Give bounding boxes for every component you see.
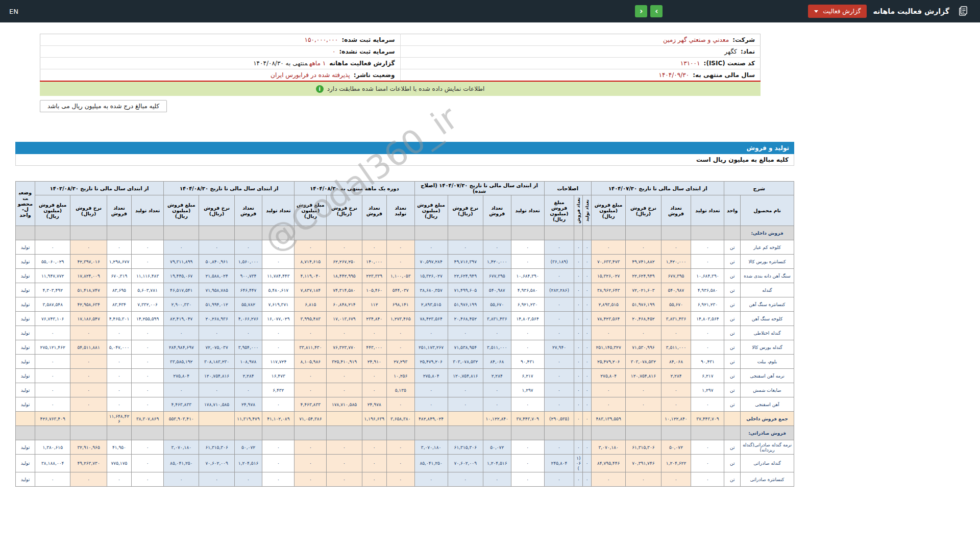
section-cell — [262, 226, 295, 240]
value-cell: ۰ — [511, 397, 544, 412]
value-cell: ۰ — [107, 397, 131, 412]
page-title: گزارش فعالیت ماهانه — [873, 7, 949, 15]
value-cell: ۰ — [583, 412, 592, 426]
value-cell: ۰ — [414, 397, 448, 412]
value-cell: ۰ — [234, 326, 262, 340]
value-cell: ۰ — [107, 369, 131, 383]
value-cell: ۳۸,۹۶۲,۶۴۳ — [592, 283, 626, 297]
value-cell: ۰ — [295, 472, 327, 487]
value-cell: ۶,۴۳۲ — [262, 383, 295, 397]
value-cell: ۰ — [327, 440, 362, 455]
value-cell: ۰ — [386, 472, 414, 487]
value-cell: ۴,۴۶۳,۸۳۳ — [164, 397, 199, 412]
value-cell: ۸۲,۴۱۹,۰۴۷ — [164, 312, 199, 326]
language-switch-link[interactable]: EN — [9, 8, 18, 15]
section-cell — [199, 426, 234, 440]
section-cell — [262, 426, 295, 440]
info-cell: سرمایه ثبت نشده: ۰ — [40, 46, 401, 58]
value-cell: ۰ — [483, 397, 511, 412]
value-cell: ۴,۰۶۶,۲۷۶ — [234, 312, 262, 326]
value-cell: ۰ — [132, 340, 164, 355]
value-cell: ۱۷۸,۷۱۰,۵۸۵ — [327, 397, 362, 412]
value-cell: ۰ — [574, 369, 583, 383]
column-header: تعداد تولید — [691, 195, 724, 226]
status-cell: تولید — [16, 369, 35, 383]
value-cell: ۲۷۵,۱۲۱,۴۶۲ — [35, 340, 70, 355]
value-cell: ۰ — [164, 383, 199, 397]
value-cell: ۷۹,۳۱۱,۸۹۹ — [164, 255, 199, 269]
next-report-button[interactable]: › — [650, 5, 663, 17]
value-cell: ۱۰,۶۸۴,۳۹۰ — [691, 269, 724, 283]
product-name-cell: گندله اختلاطی — [741, 326, 794, 340]
value-cell: ۳,۰۷۰,۱۸۰ — [164, 440, 199, 455]
value-cell: ۰ — [574, 297, 583, 312]
value-cell: ۰ — [544, 397, 574, 412]
value-cell: ۴,۱۱۹,۰۴۰ — [295, 269, 327, 283]
value-cell: ۳۰۳,۰۷۸,۵۳۲ — [448, 355, 483, 369]
value-cell: ۵۴,۵۱۱,۸۸۱ — [70, 340, 107, 355]
value-cell: ۵۱,۴۱۸,۷۴۷ — [70, 283, 107, 297]
activity-report-dropdown[interactable]: گزارش فعالیت — [808, 5, 867, 18]
value-cell: ۰ — [574, 472, 583, 487]
status-cell: تولید — [16, 312, 35, 326]
value-cell: ۰ — [234, 472, 262, 487]
value-cell: ۰ — [661, 326, 691, 340]
section-cell — [164, 226, 199, 240]
value-cell: ۰ — [583, 455, 592, 472]
value-cell: ۰ — [583, 312, 592, 326]
product-name-cell: نرمه آهن اسفنجی — [741, 369, 794, 383]
value-cell: ۱۱۲ — [362, 297, 386, 312]
value-cell: ۰ — [327, 326, 362, 340]
value-cell: ۷۲,۰۲۱,۶۰۳ — [626, 283, 661, 297]
section-title-bar: تولید و فروش — [15, 142, 794, 154]
value-cell: ۶۱,۳۱۵,۳۰۶ — [448, 440, 483, 455]
section-cell — [583, 226, 592, 240]
column-group-header: وضعیت محصول- واحد — [16, 182, 35, 226]
value-cell: ۰ — [132, 326, 164, 340]
value-cell: ۰ — [107, 383, 131, 397]
value-cell: ۱,۲۹۷ — [691, 383, 724, 397]
previous-report-button[interactable]: ‹ — [635, 5, 647, 17]
value-cell: ۱,۲۹۸,۶۷۷ — [107, 255, 131, 269]
top-navbar: گزارش فعالیت ماهانه گزارش فعالیت › ‹ EN — [0, 0, 980, 22]
value-cell: ۶۷۰,۳۱۹ — [107, 269, 131, 283]
navbar-right-group: گزارش فعالیت ماهانه گزارش فعالیت › ‹ — [635, 4, 971, 19]
value-cell: ۷۸,۴۲۳,۵۶۴ — [592, 312, 626, 326]
value-cell: ۰ — [448, 397, 483, 412]
section-cell — [483, 226, 511, 240]
value-cell: ۱۸,۴۴۲,۹۹۵ — [327, 269, 362, 283]
value-cell: ۰ — [327, 369, 362, 383]
value-cell: ۲۲۳,۳۳۹ — [362, 269, 386, 283]
column-header: مبلغ فروش (میلیون ریال) — [295, 195, 327, 226]
column-header: تعداد فروش — [661, 195, 691, 226]
status-cell: تولید — [16, 255, 35, 269]
section-cell — [362, 426, 386, 440]
value-cell: ۰ — [262, 455, 295, 472]
value-cell: ۸۵,۰۴۱,۲۵۰ — [164, 455, 199, 472]
value-cell: ۵,۱۳۵ — [386, 383, 414, 397]
value-cell: ۱,۱۹۶,۶۳۹ — [362, 412, 386, 426]
product-name-cell: نرمه گندله صادراتی(گندله ریزدانه) — [741, 440, 794, 455]
unit-cell: تن — [724, 397, 741, 412]
value-cell: ۰ — [35, 472, 70, 487]
column-header: تعداد تولید — [262, 195, 295, 226]
value-cell: ۰ — [295, 383, 327, 397]
column-header: مبلغ فروش (میلیون ریال) — [592, 195, 626, 226]
table-row: بلوم، بیلتتن۹۰,۴۳۱۸۴,۰۶۸۳۰۳,۰۷۸,۵۳۲۲۵,۴۷… — [16, 355, 794, 369]
amounts-unit-tab[interactable]: کلیه مبالغ درج شده به میلیون ریال می باش… — [40, 100, 167, 112]
info-cell: گزارش فعالیت ماهانه ۱ ماههمنتهی به ۱۴۰۴/… — [40, 58, 401, 69]
column-header: تعداد فروش — [234, 195, 262, 226]
value-cell: ۷۰,۶۰۲,۰۰۹ — [448, 455, 483, 472]
section-cell — [626, 226, 661, 240]
value-cell: ۲۵,۴۷۹,۲۰۶ — [414, 355, 448, 369]
value-cell: ۳,۸۳۱,۴۳۶ — [483, 312, 511, 326]
report-icon-button[interactable] — [955, 4, 971, 19]
section-cell — [107, 426, 131, 440]
value-cell: ۲,۹۰۰,۳۳۰ — [164, 297, 199, 312]
value-cell: ۰ — [448, 383, 483, 397]
unit-cell: تن — [724, 340, 741, 355]
info-value: کگهر — [724, 48, 737, 55]
column-group-header: شرح — [724, 182, 794, 195]
product-name-cell: آهن اسفنجی — [741, 397, 794, 412]
value-cell: ۲۴۵,۸۰۴ — [544, 455, 574, 472]
